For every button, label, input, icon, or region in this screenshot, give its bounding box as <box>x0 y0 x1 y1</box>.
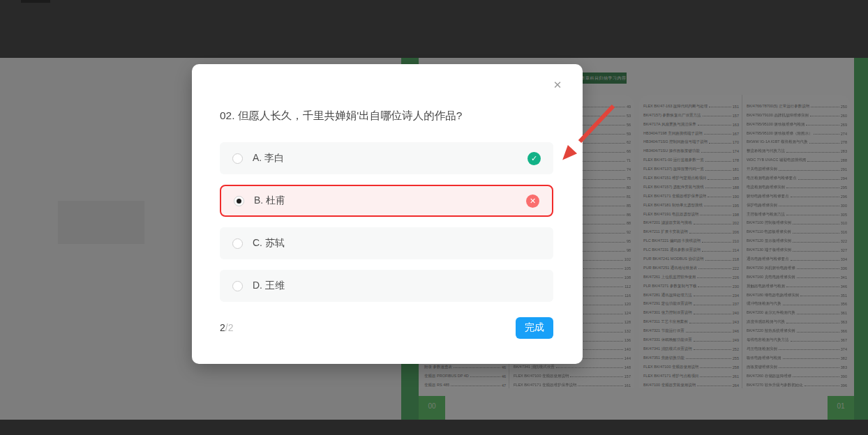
option-b[interactable]: B. 杜甫 ✕ <box>220 185 553 217</box>
option-c[interactable]: C. 苏轼 <box>220 227 553 259</box>
close-icon[interactable]: ✕ <box>551 78 564 92</box>
progress-total: /2 <box>225 322 234 333</box>
option-label: A. 李白 <box>253 152 284 165</box>
question-text: 02. 但愿人长久，千里共婵娟'出自哪位诗人的作品? <box>220 109 555 123</box>
option-label: B. 杜甫 <box>254 194 285 207</box>
question-progress: 2/2 <box>220 322 233 333</box>
wrong-cross-icon: ✕ <box>526 194 539 208</box>
radio-icon[interactable] <box>232 153 243 164</box>
progress-current: 2 <box>220 322 225 333</box>
radio-icon[interactable] <box>232 281 243 291</box>
option-label: D. 王维 <box>253 280 285 292</box>
quiz-modal: ✕ 02. 但愿人长久，千里共婵娟'出自哪位诗人的作品? A. 李白 ✓ B. … <box>192 64 583 364</box>
screen: 本章科目归纳学习内容 功能参数概述与安全事项3产品型号与铭牌说明5外形尺寸与安装… <box>0 0 868 435</box>
option-d[interactable]: D. 王维 <box>220 270 553 302</box>
finish-button[interactable]: 完成 <box>516 317 553 339</box>
correct-check-icon: ✓ <box>527 152 541 165</box>
modal-footer: 2/2 完成 <box>220 315 553 340</box>
options-list: A. 李白 ✓ B. 杜甫 ✕ C. 苏轼 D. 王维 <box>220 142 553 312</box>
radio-icon[interactable] <box>232 238 243 249</box>
option-label: C. 苏轼 <box>253 237 285 250</box>
radio-icon[interactable] <box>234 196 244 206</box>
option-a[interactable]: A. 李白 ✓ <box>220 142 553 174</box>
